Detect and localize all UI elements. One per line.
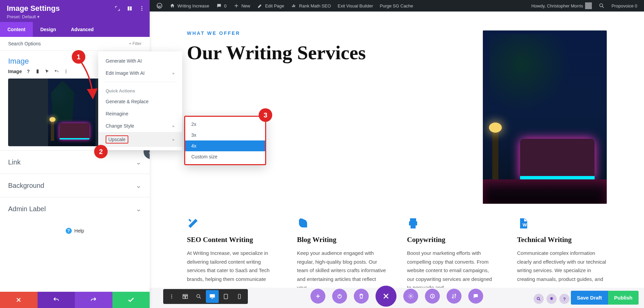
kebab-icon[interactable] [165, 290, 178, 303]
svg-rect-3 [130, 6, 132, 10]
svg-rect-15 [183, 294, 188, 295]
comment-icon [216, 3, 222, 9]
mini-controls: ? [534, 294, 570, 304]
history-button[interactable] [425, 289, 440, 304]
redo-button[interactable] [75, 292, 112, 308]
add-button[interactable] [310, 289, 325, 304]
power-button[interactable] [332, 289, 347, 304]
mini-search[interactable] [534, 294, 544, 304]
panel-preset[interactable]: Preset: Default ▾ [7, 14, 143, 19]
svg-point-10 [66, 72, 66, 73]
settings-panel: Image Settings Preset: Default ▾ Content… [0, 0, 150, 308]
accordion-background[interactable]: Background⌄ [0, 174, 150, 197]
menu-generate-ai[interactable]: Generate With AI [98, 55, 182, 67]
kebab-field-icon[interactable] [63, 68, 69, 74]
svg-point-25 [537, 297, 539, 300]
howdy-label: Howdy, Christopher Morris [531, 3, 583, 8]
menu-upscale[interactable]: Upscale▸ [98, 132, 182, 147]
menu-quick-heading: Quick Actions [98, 85, 182, 95]
menu-generate-replace[interactable]: Generate & Replace [98, 95, 182, 108]
filter-button[interactable]: + Filter [129, 41, 142, 46]
save-draft-button[interactable]: Save Draft [571, 291, 608, 305]
search-icon [599, 3, 605, 9]
wireframe-icon[interactable] [179, 290, 192, 303]
zoom-icon[interactable] [192, 290, 205, 303]
new-content[interactable]: New [230, 0, 254, 12]
svg-rect-16 [183, 296, 185, 299]
submenu-2x[interactable]: 2x [185, 119, 265, 130]
tablet-icon[interactable] [219, 290, 232, 303]
svg-text:W: W [523, 222, 527, 227]
phone-icon[interactable] [35, 68, 41, 74]
svg-point-8 [66, 70, 66, 70]
tab-content[interactable]: Content [0, 22, 33, 37]
settings-button[interactable] [403, 289, 418, 304]
responsive-toolbar [163, 289, 248, 304]
submenu-custom[interactable]: Custom size [185, 151, 265, 162]
confirm-button[interactable] [112, 292, 150, 308]
tab-design[interactable]: Design [33, 22, 64, 37]
svg-point-12 [171, 294, 172, 295]
submenu-3x[interactable]: 3x [185, 130, 265, 140]
kebab-icon[interactable] [139, 5, 145, 12]
mini-help[interactable]: ? [559, 294, 570, 304]
howdy-user[interactable]: Howdy, Christopher Morris [528, 0, 595, 12]
undo-icon[interactable] [53, 68, 60, 74]
wp-logo[interactable] [153, 0, 166, 12]
purge-cache[interactable]: Purge SG Cache [377, 0, 416, 12]
chevron-right-icon: ▸ [173, 137, 175, 142]
cursor-icon[interactable] [44, 68, 50, 74]
site-name-label: Writing Increase [177, 3, 209, 8]
accordion-admin-label-label: Admin Label [8, 205, 46, 213]
accordion-bg-label: Background [8, 182, 44, 190]
sort-button[interactable] [447, 289, 461, 304]
edit-page[interactable]: Edit Page [254, 0, 287, 12]
hero-image[interactable] [483, 30, 607, 204]
expand-icon[interactable] [114, 5, 121, 12]
desktop-icon[interactable] [206, 290, 219, 303]
home-icon [169, 3, 175, 9]
search[interactable] [595, 0, 608, 12]
builder-center-controls [310, 286, 483, 307]
document-icon: W [517, 217, 529, 229]
services-grid: SEO Content Writing At Writing Increase,… [187, 217, 607, 288]
service-title: Blog Writing [297, 236, 387, 244]
svg-point-5 [142, 8, 143, 9]
page-heading: Our Writing Services [187, 42, 463, 64]
phone-icon[interactable] [233, 290, 246, 303]
accordion-admin-label[interactable]: Admin Label⌄ [0, 197, 150, 220]
submenu-4x[interactable]: 4x [185, 140, 265, 151]
chat-button[interactable] [468, 289, 483, 304]
svg-rect-19 [210, 294, 215, 298]
avatar [585, 2, 592, 9]
accordion-link[interactable]: Link⌄ [0, 150, 150, 174]
rank-math[interactable]: Rank Math SEO [287, 0, 334, 12]
columns-icon[interactable] [127, 5, 133, 12]
site-name[interactable]: Writing Increase [166, 0, 213, 12]
search-options[interactable]: Search Options + Filter [0, 37, 150, 51]
comments-count: 0 [224, 3, 227, 8]
menu-reimagine[interactable]: Reimagine [98, 108, 182, 120]
propovoice[interactable]: Propovoice 0 [608, 0, 641, 12]
pencil-icon [257, 3, 263, 9]
svg-point-6 [142, 10, 143, 11]
help-link[interactable]: ?Help [0, 220, 150, 241]
menu-change-style[interactable]: Change Style▸ [98, 120, 182, 132]
mini-layers[interactable] [546, 294, 557, 304]
trash-button[interactable] [354, 289, 369, 304]
help-icon[interactable]: ? [25, 68, 31, 74]
panel-header: Image Settings Preset: Default ▾ [0, 0, 150, 22]
context-menu-ai: Generate With AI Edit Image With AI▸ Qui… [98, 51, 182, 150]
comments[interactable]: 0 [213, 0, 230, 12]
menu-edit-ai[interactable]: Edit Image With AI▸ [98, 67, 182, 79]
cancel-button[interactable] [0, 292, 38, 308]
service-title: Technical Writing [517, 236, 607, 244]
close-builder-button[interactable] [375, 286, 396, 307]
tab-advanced[interactable]: Advanced [64, 22, 101, 37]
wp-admin-bar: Writing Increase 0 New Edit Page Rank Ma… [150, 0, 644, 12]
service-blog: Blog Writing Keep your audience engaged … [297, 217, 387, 288]
exit-builder[interactable]: Exit Visual Builder [334, 0, 377, 12]
undo-button[interactable] [38, 292, 75, 308]
publish-button[interactable]: Publish [608, 291, 639, 305]
service-title: Copywriting [407, 236, 497, 244]
